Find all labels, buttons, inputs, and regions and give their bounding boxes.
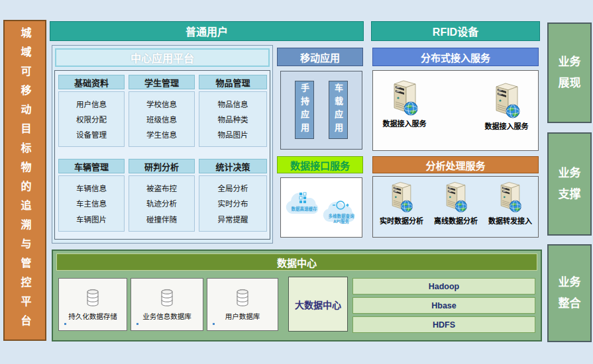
hadoop-bar: Hadoop	[352, 278, 535, 295]
data-center-header: 数据中心	[56, 253, 537, 271]
server-icon	[492, 81, 521, 119]
list-item: 班级信息	[146, 114, 177, 124]
list-item: 车主信息	[76, 198, 107, 208]
group-panel-judgment-analysis: 被盗布控 轨迹分析 碰撞伴随	[129, 175, 195, 232]
list-item: 碰撞伴随	[146, 214, 177, 224]
api-cloud-label: 多维数据查询 API服务	[321, 214, 362, 224]
server-icon	[498, 179, 523, 214]
handheld-app-box: 手持应用	[295, 81, 314, 139]
list-item: 车辆图片	[76, 214, 107, 224]
big-data-center-box: 大数据中心	[288, 277, 348, 332]
mobile-app-panel	[280, 71, 362, 150]
database-icon	[158, 288, 176, 309]
user-db-box: 用户数据库	[207, 278, 278, 331]
architecture-diagram: 城域可移动目标物的追溯与管控平台 普通用户 RFID设备 业务展现 业务支撑 业…	[0, 0, 593, 364]
rfid-devices-label: RFID设备	[433, 23, 478, 39]
list-item: 学校信息	[146, 99, 177, 109]
cache-cloud-label: 数据高速缓存	[283, 206, 325, 212]
business-support-label: 业务支撑	[557, 163, 582, 206]
central-platform-title: 中心应用平台	[131, 50, 194, 66]
marker-dot	[136, 323, 138, 325]
group-header-student-mgmt: 学生管理	[129, 75, 195, 89]
list-item: 权限分配	[76, 114, 107, 124]
list-item: 实时分布	[218, 198, 248, 208]
business-display-bar: 业务展现	[547, 23, 592, 123]
business-support-bar: 业务支撑	[547, 132, 592, 236]
group-header-basic-data: 基础资料	[58, 75, 125, 89]
platform-title: 城域可移动目标物的追溯与管控平台	[17, 27, 33, 334]
group-header-statistics-decision: 统计决策	[199, 159, 267, 173]
platform-title-banner: 城域可移动目标物的追溯与管控平台	[3, 20, 46, 341]
list-item: 轨迹分析	[146, 198, 177, 208]
access-server-2: 数据接入服务	[478, 81, 535, 131]
business-info-db-box: 业务信息数据库	[131, 278, 203, 331]
persistent-storage-box: 持久化数据存储	[58, 278, 127, 331]
hdfs-bar: HDFS	[352, 316, 535, 333]
vehicle-app-box: 车载应用	[329, 81, 348, 139]
analysis-services-header: 分析处理服务	[372, 156, 539, 173]
data-interface-header: 数据接口服务	[277, 156, 363, 173]
list-item: 物品种类	[218, 114, 248, 124]
list-item: 学生信息	[146, 129, 177, 140]
normal-users-label: 普通用户	[186, 23, 228, 39]
list-item: 异常提醒	[218, 214, 248, 224]
marker-dot	[64, 323, 66, 325]
group-panel-statistics-decision: 全局分析 实时分布 异常提醒	[199, 175, 267, 232]
database-icon	[234, 288, 251, 309]
list-item: 车辆信息	[76, 183, 107, 193]
cloud-icon	[321, 193, 362, 231]
server-icon	[443, 179, 468, 214]
business-display-label: 业务展现	[557, 52, 582, 95]
normal-users-bar: 普通用户	[50, 21, 364, 41]
server-icon	[389, 179, 414, 214]
list-item: 设备管理	[76, 129, 107, 140]
forward-access-server: 数据转发接入	[484, 179, 537, 226]
list-item: 物品信息	[218, 99, 248, 109]
offline-analysis-server: 离线数据分析	[429, 179, 482, 226]
list-item: 用户信息	[76, 99, 107, 109]
list-item: 物品图片	[218, 129, 248, 140]
group-panel-student-mgmt: 学校信息 班级信息 学生信息	[129, 91, 195, 147]
access-server-1: 数据接入服务	[376, 78, 433, 128]
api-cloud: 多维数据查询 API服务	[321, 193, 362, 232]
list-item: 全局分析	[218, 183, 248, 193]
list-item: 被盗布控	[146, 183, 177, 193]
group-header-item-mgmt: 物品管理	[199, 75, 267, 89]
cache-cloud: 数据高速缓存	[283, 185, 325, 223]
rfid-devices-bar: RFID设备	[371, 21, 540, 41]
business-integration-bar: 业务整合	[547, 244, 592, 342]
group-header-judgment-analysis: 研判分析	[129, 159, 195, 173]
marker-dot	[213, 323, 215, 325]
group-header-vehicle-mgmt: 车辆管理	[58, 159, 125, 173]
database-icon	[84, 288, 101, 309]
realtime-analysis-server: 实时数据分析	[375, 179, 428, 226]
distributed-access-header: 分布式接入服务	[372, 48, 539, 66]
server-icon	[390, 78, 419, 116]
group-panel-basic-data: 用户信息 权限分配 设备管理	[58, 91, 125, 147]
data-interface-panel: 数据高速缓存 多维数据查询 API服务	[280, 177, 362, 238]
mobile-app-header: 移动应用	[277, 48, 363, 66]
central-platform-header: 中心应用平台	[55, 48, 270, 67]
group-panel-vehicle-mgmt: 车辆信息 车主信息 车辆图片	[58, 175, 125, 232]
business-integration-label: 业务整合	[557, 272, 582, 315]
hbase-bar: Hbase	[352, 297, 535, 314]
group-panel-item-mgmt: 物品信息 物品种类 物品图片	[199, 91, 267, 147]
cloud-icon	[283, 185, 325, 223]
